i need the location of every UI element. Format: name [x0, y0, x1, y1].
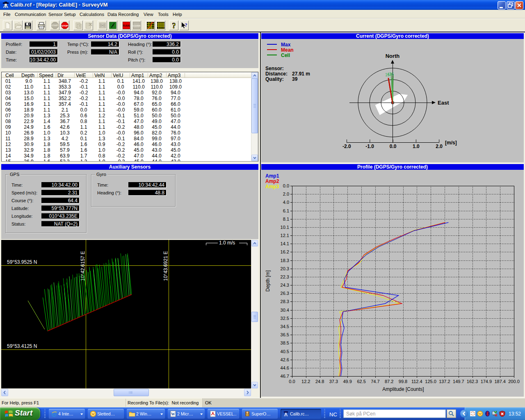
svg-text:Mean: Mean	[281, 47, 294, 53]
svg-text:10°43.6921 E: 10°43.6921 E	[163, 251, 169, 281]
svg-text:Cell: Cell	[281, 52, 290, 58]
svg-text:1.0 m/s: 1.0 m/s	[219, 240, 235, 246]
svg-text:-2.0: -2.0	[342, 144, 351, 149]
svg-text:87.2: 87.2	[385, 379, 393, 384]
svg-text:74.7: 74.7	[371, 379, 379, 384]
svg-text:59°53.4125 N: 59°53.4125 N	[7, 343, 37, 349]
svg-text:CORR: CORR	[133, 24, 141, 27]
svg-text:Sensor:: Sensor:	[265, 66, 284, 71]
svg-text:0.0: 0.0	[283, 183, 289, 188]
svg-text:40.5: 40.5	[281, 349, 289, 354]
svg-text:30.4: 30.4	[281, 308, 289, 313]
svg-text:44.6: 44.6	[281, 365, 289, 370]
svg-text:36.5: 36.5	[281, 332, 289, 337]
svg-text:12.2: 12.2	[301, 379, 310, 384]
svg-text:22.3: 22.3	[281, 274, 289, 279]
svg-text:North: North	[386, 53, 400, 59]
svg-text:16: 16	[389, 72, 394, 76]
svg-text:174.9: 174.9	[481, 379, 492, 384]
svg-text:Amp3: Amp3	[265, 184, 279, 189]
svg-text:?: ?	[185, 22, 187, 28]
svg-text:34.5: 34.5	[281, 324, 289, 329]
svg-text:12.1: 12.1	[281, 233, 289, 238]
svg-text:14.1: 14.1	[281, 241, 289, 246]
svg-text:149.7: 149.7	[453, 379, 464, 384]
svg-text:26.3: 26.3	[281, 291, 289, 296]
svg-text:East: East	[438, 100, 449, 106]
svg-text:W: W	[171, 412, 175, 416]
svg-text:20.3: 20.3	[281, 266, 289, 271]
svg-text:125.0: 125.0	[425, 379, 436, 384]
svg-text:1.0: 1.0	[413, 144, 420, 149]
svg-text:10.1: 10.1	[281, 225, 289, 230]
svg-text:112.4: 112.4	[411, 379, 422, 384]
svg-text:37.3: 37.3	[329, 379, 338, 384]
svg-text:-1.0: -1.0	[365, 144, 374, 149]
svg-text:4.0: 4.0	[283, 200, 289, 205]
svg-text:STOP: STOP	[62, 25, 68, 27]
svg-text:Amp1: Amp1	[265, 173, 279, 179]
svg-text:2.0: 2.0	[436, 144, 443, 149]
svg-text:62.5: 62.5	[357, 379, 365, 384]
svg-text:2.0: 2.0	[283, 192, 289, 196]
svg-text:28.3: 28.3	[281, 299, 289, 304]
svg-text:24.3: 24.3	[281, 283, 289, 288]
svg-text:32.5: 32.5	[281, 316, 289, 321]
svg-text:39: 39	[292, 76, 298, 82]
svg-text:49.9: 49.9	[343, 379, 352, 384]
svg-text:16.2: 16.2	[281, 249, 289, 254]
svg-text:59°53.9525 N: 59°53.9525 N	[7, 259, 37, 265]
svg-text:137.2: 137.2	[439, 379, 450, 384]
svg-text:Amp2: Amp2	[265, 178, 279, 184]
svg-text:38.5: 38.5	[281, 340, 289, 345]
svg-text:99.8: 99.8	[399, 379, 407, 384]
svg-text:46.7: 46.7	[281, 374, 289, 379]
svg-text:6.1: 6.1	[283, 208, 289, 213]
svg-text:RAW: RAW	[123, 24, 130, 27]
svg-text:27.91 m: 27.91 m	[292, 71, 310, 77]
svg-text:?: ?	[172, 22, 176, 30]
svg-text:Max: Max	[281, 42, 291, 48]
svg-text:187.4: 187.4	[494, 379, 506, 384]
svg-text:162.3: 162.3	[467, 379, 478, 384]
svg-text:200.0: 200.0	[508, 379, 520, 384]
svg-text:0.0: 0.0	[289, 379, 295, 384]
svg-text:18.3: 18.3	[281, 258, 289, 263]
svg-text:Distance:: Distance:	[265, 71, 288, 77]
svg-text:Depth [m]: Depth [m]	[265, 270, 271, 292]
svg-text:4: 4	[387, 72, 390, 77]
svg-text:[m/s]: [m/s]	[445, 140, 457, 146]
svg-text:Amplitude [Counts]: Amplitude [Counts]	[382, 386, 424, 392]
svg-text:START: START	[52, 24, 59, 27]
svg-text:0.0: 0.0	[390, 144, 397, 149]
svg-text:42.6: 42.6	[281, 357, 289, 362]
svg-text:Quality:: Quality:	[265, 76, 284, 82]
svg-text:24.8: 24.8	[315, 379, 324, 384]
svg-text:8.1: 8.1	[283, 217, 289, 221]
